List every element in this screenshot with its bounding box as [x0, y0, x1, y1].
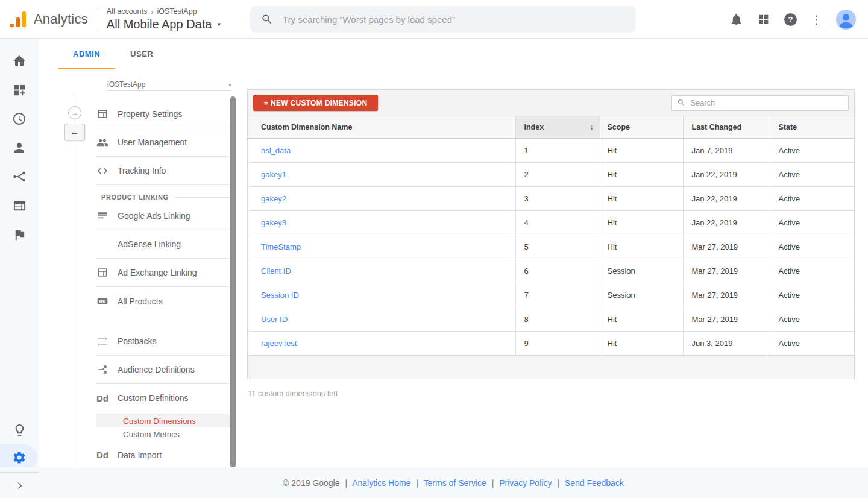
sidebar-scrollbar[interactable]	[230, 96, 236, 468]
property-dropdown[interactable]: iOSTestApp ▾	[107, 78, 231, 91]
table-toolbar: + NEW CUSTOM DIMENSION	[248, 90, 854, 116]
breadcrumb[interactable]: All accounts › iOSTestApp	[107, 7, 221, 16]
conversions-flag-icon[interactable]	[0, 220, 39, 249]
sidebar-item-audience-definitions[interactable]: Audience Definitions	[96, 356, 231, 384]
realtime-clock-icon[interactable]	[0, 104, 39, 133]
help-icon[interactable]: ?	[784, 13, 797, 26]
section-rule	[175, 197, 231, 198]
index-cell: 1	[515, 138, 600, 162]
sidebar-item-user-management[interactable]: User Management	[96, 128, 231, 157]
index-cell: 3	[515, 186, 600, 210]
analytics-logo-icon	[8, 10, 28, 29]
sidebar-item-label: Ad Exchange Linking	[118, 268, 197, 277]
avatar[interactable]	[836, 10, 856, 30]
dimension-link[interactable]: User ID	[261, 315, 288, 324]
sidebar-item-label: AdSense Linking	[118, 239, 181, 249]
scope-cell: Hit	[600, 186, 683, 210]
index-cell: 8	[515, 307, 600, 331]
new-custom-dimension-button[interactable]: + NEW CUSTOM DIMENSION	[253, 95, 378, 111]
notifications-bell-icon[interactable]	[729, 13, 743, 27]
sidebar-item-postbacks[interactable]: Postbacks	[96, 327, 231, 356]
sidebar-item-google-ads-linking[interactable]: Google Ads Linking	[96, 202, 231, 230]
sidebar-item-custom-dimensions[interactable]: Custom Dimensions	[96, 414, 231, 427]
sync-arrows-icon	[96, 335, 108, 348]
account-area: All accounts › iOSTestApp All Mobile App…	[107, 7, 221, 31]
dimensions-remaining-note: 11 custom dimensions left	[248, 389, 338, 398]
dimension-link[interactable]: Client ID	[261, 266, 291, 276]
dimension-link[interactable]: gakey2	[261, 194, 286, 203]
nav-forward-button[interactable]: →	[68, 106, 81, 119]
table-footer-strip	[248, 356, 854, 379]
nav-back-button[interactable]: ←	[64, 124, 85, 140]
apps-grid-icon[interactable]	[757, 13, 770, 26]
sidebar-item-property-settings[interactable]: Property Settings	[96, 100, 231, 128]
sidebar-item-label: Google Ads Linking	[118, 211, 190, 221]
sidebar-item-label: User Management	[118, 137, 187, 147]
sidebar-item-all-products[interactable]: All Products	[96, 287, 231, 315]
logo-text: Analytics	[34, 11, 88, 27]
table-row: User ID 8 Hit Mar 27, 2019 Active	[248, 307, 854, 331]
scope-cell: Hit	[600, 331, 683, 355]
index-cell: 4	[515, 210, 600, 235]
property-selector[interactable]: All Mobile App Data ▾	[107, 17, 221, 31]
last-changed-cell: Jan 22, 2019	[683, 162, 770, 186]
last-changed-cell: Mar 27, 2019	[683, 235, 770, 259]
index-cell: 6	[515, 259, 600, 283]
table-search-input[interactable]	[690, 98, 843, 107]
column-header-last-changed: Last Changed	[683, 116, 770, 138]
more-vert-icon[interactable]: ⋮	[811, 14, 822, 25]
dimension-link[interactable]: Session ID	[261, 291, 299, 300]
dimension-name-cell: gakey3	[248, 210, 515, 235]
sidebar-item-data-import[interactable]: Dd Data Import	[96, 441, 231, 469]
footer-link-terms[interactable]: Terms of Service	[424, 478, 486, 488]
sidebar-item-tracking-info[interactable]: Tracking Info	[96, 157, 231, 185]
last-changed-cell: Jan 22, 2019	[683, 186, 770, 210]
footer-link-feedback[interactable]: Send Feedback	[565, 478, 624, 488]
sidebar-item-adsense-linking[interactable]: AdSense Linking	[96, 230, 231, 259]
table-row: Session ID 7 Session Mar 27, 2019 Active	[248, 283, 854, 307]
tab-admin[interactable]: ADMIN	[58, 39, 115, 69]
nav-rail	[0, 39, 39, 498]
sidebar-item-label: Custom Definitions	[118, 393, 189, 403]
column-header-name: Custom Dimension Name	[248, 116, 515, 138]
logo-divider	[98, 8, 98, 31]
collapse-chevron-icon[interactable]	[14, 481, 25, 491]
discover-lightbulb-icon[interactable]	[0, 415, 39, 444]
index-cell: 7	[515, 283, 600, 307]
analytics-logo[interactable]: Analytics	[0, 10, 88, 29]
global-search-input[interactable]	[283, 14, 625, 25]
sidebar-item-ad-exchange-linking[interactable]: Ad Exchange Linking	[96, 259, 231, 287]
table-search[interactable]	[671, 95, 849, 111]
breadcrumb-all-accounts[interactable]: All accounts	[107, 7, 147, 16]
dimension-link[interactable]: gakey1	[261, 170, 286, 179]
dimension-link[interactable]: hsl_data	[261, 146, 291, 155]
behavior-web-icon[interactable]	[0, 191, 39, 220]
home-icon[interactable]	[0, 46, 39, 75]
state-cell: Active	[770, 331, 854, 355]
dimension-name-cell: gakey2	[248, 186, 515, 210]
index-cell: 2	[515, 162, 600, 186]
sidebar-item-label: Audience Definitions	[118, 365, 195, 374]
admin-sidebar: iOSTestApp ▾ → ← Property Settings User …	[39, 69, 247, 467]
breadcrumb-account[interactable]: iOSTestApp	[157, 7, 197, 16]
link-box-icon	[96, 295, 108, 307]
dimension-link[interactable]: TimeStamp	[261, 242, 301, 251]
sidebar-subitem-label: Custom Metrics	[123, 430, 180, 439]
sidebar-item-custom-definitions[interactable]: Dd Custom Definitions	[96, 384, 231, 412]
customization-icon[interactable]	[0, 75, 39, 104]
acquisition-branch-icon[interactable]	[0, 162, 39, 191]
footer-link-analytics-home[interactable]: Analytics Home	[352, 478, 410, 488]
dimension-link[interactable]: gakey3	[261, 218, 286, 227]
sort-desc-icon: ↓	[590, 123, 594, 131]
column-header-index[interactable]: Index ↓	[515, 116, 600, 138]
column-header-state: State	[770, 116, 854, 138]
scope-cell: Hit	[600, 162, 683, 186]
sidebar-item-custom-metrics[interactable]: Custom Metrics	[96, 427, 231, 441]
table-row: TimeStamp 5 Hit Mar 27, 2019 Active	[248, 235, 854, 259]
audience-person-icon[interactable]	[0, 133, 39, 162]
tab-user[interactable]: USER	[115, 39, 168, 69]
footer-link-privacy[interactable]: Privacy Policy	[499, 478, 552, 488]
dimension-link[interactable]: rajeevTest	[261, 339, 297, 348]
product-linking-section-label: PRODUCT LINKING	[101, 194, 231, 201]
global-search[interactable]	[250, 6, 636, 33]
